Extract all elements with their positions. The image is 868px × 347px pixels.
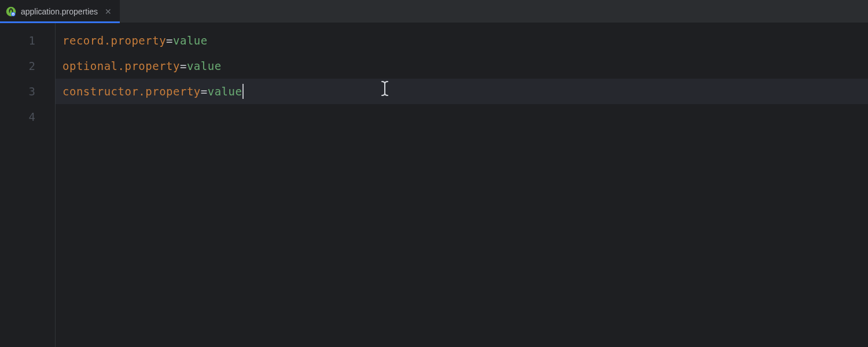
line-number: 1 <box>0 28 55 53</box>
svg-rect-3 <box>13 13 13 14</box>
code-line[interactable] <box>56 104 868 130</box>
equals-sign: = <box>180 53 187 79</box>
code-line[interactable]: constructor.property=value <box>56 79 868 104</box>
svg-point-1 <box>11 12 16 16</box>
property-key: optional.property <box>62 53 180 79</box>
line-number: 2 <box>0 53 55 79</box>
equals-sign: = <box>201 79 208 104</box>
property-value: value <box>208 79 242 104</box>
tab-application-properties[interactable]: application.properties ✕ <box>0 0 120 23</box>
tab-label: application.properties <box>21 7 98 16</box>
code-line[interactable]: record.property=value <box>56 28 868 53</box>
property-value: value <box>173 28 208 53</box>
property-value: value <box>187 53 222 79</box>
code-area[interactable]: record.property=valueoptional.property=v… <box>56 23 868 347</box>
caret <box>242 84 244 99</box>
tab-bar: application.properties ✕ <box>0 0 868 23</box>
line-number-gutter: 1234 <box>0 23 56 347</box>
code-line[interactable]: optional.property=value <box>56 53 868 79</box>
equals-sign: = <box>166 28 173 53</box>
close-icon[interactable]: ✕ <box>105 7 112 16</box>
spring-boot-icon <box>6 6 16 17</box>
property-key: constructor.property <box>62 79 201 104</box>
line-number: 3 <box>0 79 55 104</box>
editor: 1234 record.property=valueoptional.prope… <box>0 23 868 347</box>
property-key: record.property <box>62 28 166 53</box>
line-number: 4 <box>0 104 55 130</box>
